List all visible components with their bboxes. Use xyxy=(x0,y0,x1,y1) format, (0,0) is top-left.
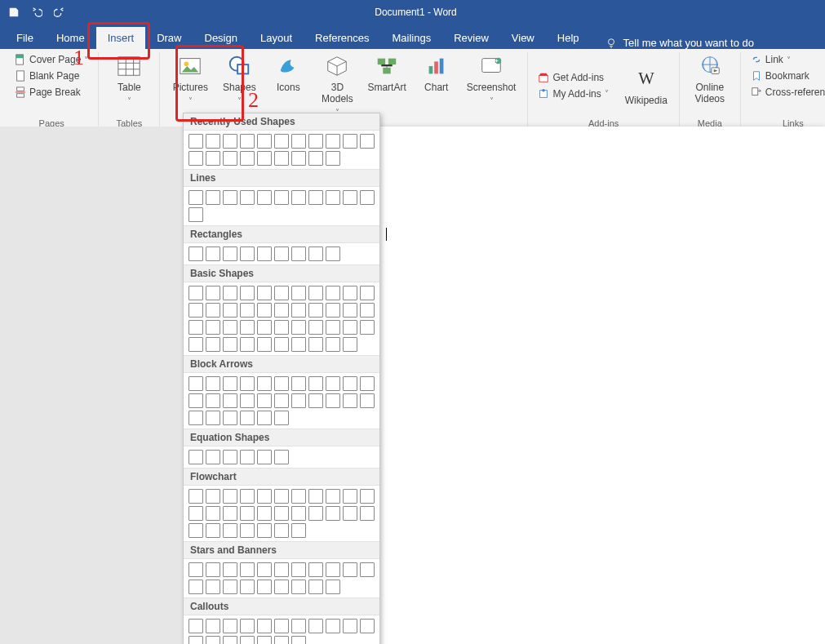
wikipedia-button[interactable]: W Wikipedia xyxy=(620,65,672,106)
shape-tile[interactable] xyxy=(274,450,289,464)
shape-tile[interactable] xyxy=(240,619,255,633)
shape-tile[interactable] xyxy=(223,636,237,644)
shape-tile[interactable] xyxy=(240,320,255,335)
shape-tile[interactable] xyxy=(257,450,272,464)
shape-tile[interactable] xyxy=(360,376,375,391)
shape-tile[interactable] xyxy=(257,393,272,408)
table-button[interactable]: Table xyxy=(105,52,153,105)
shape-tile[interactable] xyxy=(308,286,323,300)
shape-tile[interactable] xyxy=(291,246,306,261)
shape-tile[interactable] xyxy=(189,450,203,464)
shape-tile[interactable] xyxy=(326,562,340,577)
tab-references[interactable]: References xyxy=(304,27,380,49)
shape-tile[interactable] xyxy=(360,134,375,149)
shape-tile[interactable] xyxy=(326,303,340,318)
shape-tile[interactable] xyxy=(206,151,220,166)
page-break-button[interactable]: Page Break xyxy=(11,85,91,100)
tab-file[interactable]: File xyxy=(5,27,45,49)
blank-page-button[interactable]: Blank Page xyxy=(11,69,91,83)
shape-tile[interactable] xyxy=(274,134,289,149)
chart-button[interactable]: Chart xyxy=(413,52,460,93)
shape-tile[interactable] xyxy=(257,489,272,504)
shape-tile[interactable] xyxy=(326,489,340,504)
shape-tile[interactable] xyxy=(257,320,272,335)
shape-tile[interactable] xyxy=(274,506,289,521)
shape-tile[interactable] xyxy=(257,303,272,318)
get-addins-button[interactable]: Get Add-ins xyxy=(534,70,611,85)
shape-tile[interactable] xyxy=(257,246,272,261)
shape-tile[interactable] xyxy=(360,619,375,633)
shape-tile[interactable] xyxy=(206,619,220,633)
shape-tile[interactable] xyxy=(206,580,220,594)
shape-tile[interactable] xyxy=(189,151,203,166)
shape-tile[interactable] xyxy=(274,246,289,261)
smartart-button[interactable]: SmartArt xyxy=(362,52,410,93)
shape-tile[interactable] xyxy=(189,580,203,594)
shape-tile[interactable] xyxy=(274,303,289,318)
shape-tile[interactable] xyxy=(326,190,340,205)
shape-tile[interactable] xyxy=(206,337,220,352)
shape-tile[interactable] xyxy=(326,337,340,352)
shape-tile[interactable] xyxy=(308,337,323,352)
shape-tile[interactable] xyxy=(343,190,357,205)
shape-tile[interactable] xyxy=(189,393,203,408)
shape-tile[interactable] xyxy=(189,636,203,644)
shape-tile[interactable] xyxy=(257,411,272,425)
shape-tile[interactable] xyxy=(274,151,289,166)
shape-tile[interactable] xyxy=(343,562,357,577)
shape-tile[interactable] xyxy=(206,506,220,521)
shape-tile[interactable] xyxy=(189,134,203,149)
shape-tile[interactable] xyxy=(240,303,255,318)
document-page[interactable] xyxy=(310,127,825,644)
shape-tile[interactable] xyxy=(291,562,306,577)
tab-design[interactable]: Design xyxy=(193,27,249,49)
shape-tile[interactable] xyxy=(343,393,357,408)
shape-tile[interactable] xyxy=(240,489,255,504)
shape-tile[interactable] xyxy=(240,337,255,352)
shape-tile[interactable] xyxy=(308,246,323,261)
tab-insert[interactable]: Insert xyxy=(96,27,146,49)
shape-tile[interactable] xyxy=(223,450,237,464)
shape-tile[interactable] xyxy=(326,246,340,261)
shape-tile[interactable] xyxy=(274,489,289,504)
shape-tile[interactable] xyxy=(308,151,323,166)
shape-tile[interactable] xyxy=(308,562,323,577)
shape-tile[interactable] xyxy=(223,376,237,391)
shape-tile[interactable] xyxy=(291,393,306,408)
shape-tile[interactable] xyxy=(343,489,357,504)
shape-tile[interactable] xyxy=(291,506,306,521)
shape-tile[interactable] xyxy=(189,286,203,300)
shape-tile[interactable] xyxy=(308,506,323,521)
shape-tile[interactable] xyxy=(206,303,220,318)
shape-tile[interactable] xyxy=(240,134,255,149)
icons-button[interactable]: Icons xyxy=(264,52,312,93)
shape-tile[interactable] xyxy=(206,190,220,205)
tab-home[interactable]: Home xyxy=(45,27,96,49)
pictures-button[interactable]: Pictures xyxy=(166,52,214,105)
shape-tile[interactable] xyxy=(326,286,340,300)
shape-tile[interactable] xyxy=(308,393,323,408)
shape-tile[interactable] xyxy=(343,619,357,633)
shape-tile[interactable] xyxy=(360,393,375,408)
shape-tile[interactable] xyxy=(240,562,255,577)
shape-tile[interactable] xyxy=(223,190,237,205)
shape-tile[interactable] xyxy=(223,151,237,166)
shape-tile[interactable] xyxy=(223,393,237,408)
shape-tile[interactable] xyxy=(206,489,220,504)
tab-view[interactable]: View xyxy=(500,27,546,49)
shapes-dropdown[interactable]: Recently Used ShapesLinesRectanglesBasic… xyxy=(183,113,380,644)
shape-tile[interactable] xyxy=(257,580,272,594)
shape-tile[interactable] xyxy=(291,190,306,205)
shape-tile[interactable] xyxy=(206,246,220,261)
shape-tile[interactable] xyxy=(189,376,203,391)
tab-layout[interactable]: Layout xyxy=(249,27,304,49)
shape-tile[interactable] xyxy=(257,190,272,205)
shape-tile[interactable] xyxy=(291,286,306,300)
online-videos-button[interactable]: Online Videos xyxy=(686,52,734,104)
shape-tile[interactable] xyxy=(223,489,237,504)
shape-tile[interactable] xyxy=(326,619,340,633)
shape-tile[interactable] xyxy=(308,190,323,205)
shape-tile[interactable] xyxy=(223,580,237,594)
shape-tile[interactable] xyxy=(360,506,375,521)
shape-tile[interactable] xyxy=(240,580,255,594)
